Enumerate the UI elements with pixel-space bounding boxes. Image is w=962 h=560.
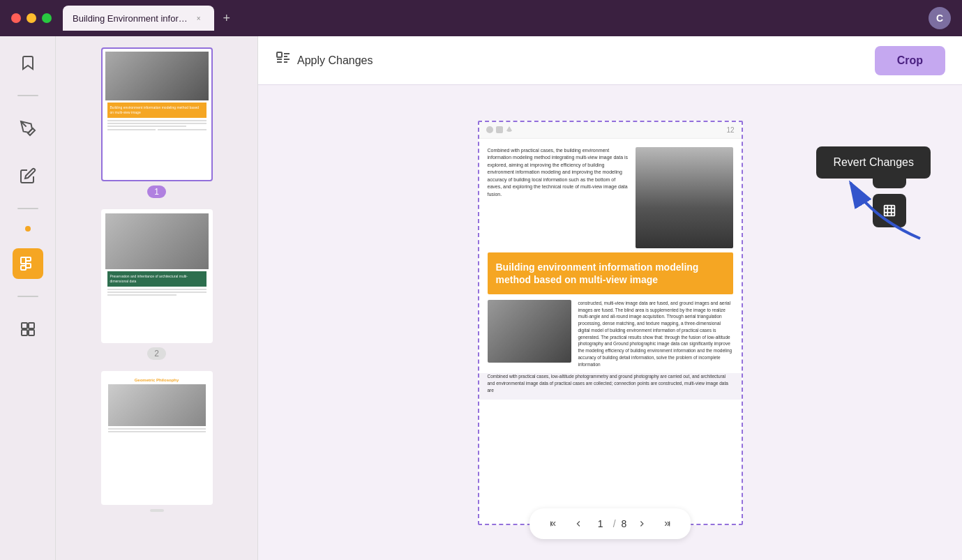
thumb-num-1: 1 xyxy=(147,186,166,198)
page-body-text: Combined with practical cases, the build… xyxy=(488,147,636,248)
document-viewer: 12 Combined with practical cases, the bu… xyxy=(258,85,962,560)
thumb-content-1: Building environment information modelin… xyxy=(105,52,209,177)
sidebar-divider-3 xyxy=(17,296,38,297)
page-footer-text: Combined with practical cases, low-altit… xyxy=(479,373,742,399)
thumbnails-panel: Building environment information modelin… xyxy=(56,36,258,560)
svg-rect-4 xyxy=(22,323,27,328)
page-bottom-text: constructed, multi-view image data are f… xyxy=(578,300,733,368)
traffic-lights xyxy=(11,13,52,23)
thumb-num-2: 2 xyxy=(147,347,166,360)
apply-changes-label: Apply Changes xyxy=(297,54,373,67)
page-top-image-inner xyxy=(636,147,733,248)
icon-sidebar xyxy=(0,36,56,560)
svg-rect-6 xyxy=(22,330,27,335)
last-page-button[interactable] xyxy=(657,514,677,533)
avatar: C xyxy=(929,7,951,29)
sidebar-item-pen[interactable] xyxy=(13,113,43,144)
active-tab[interactable]: Building Environment infor… × xyxy=(63,6,214,31)
svg-rect-8 xyxy=(277,52,282,57)
content-area: Apply Changes Crop 12 Com xyxy=(258,36,962,560)
tab-close-button[interactable]: × xyxy=(193,13,204,24)
page-bottom: constructed, multi-view image data are f… xyxy=(479,300,742,374)
page-title-text: Building environment information modelin… xyxy=(496,261,725,286)
current-page-number: 1 xyxy=(594,518,608,529)
thumbnail-2[interactable]: Preservation and inheritance of architec… xyxy=(64,209,249,360)
header-icon-3 xyxy=(506,126,513,132)
svg-rect-2 xyxy=(26,264,31,268)
main-area: Building environment information modelin… xyxy=(0,36,962,560)
svg-rect-7 xyxy=(29,330,34,335)
first-page-button[interactable] xyxy=(543,514,563,533)
sidebar-divider-2 xyxy=(17,208,38,209)
titlebar: Building Environment infor… × + C xyxy=(0,0,962,36)
apply-changes-icon xyxy=(275,50,292,70)
toolbar: Apply Changes Crop xyxy=(258,36,962,85)
sidebar-item-edit[interactable] xyxy=(13,160,43,191)
tab-container: Building Environment infor… × + xyxy=(63,6,923,31)
thumb-frame-1[interactable]: Building environment information modelin… xyxy=(101,47,213,181)
svg-rect-5 xyxy=(29,323,34,328)
thumb-num-3 xyxy=(150,509,164,512)
pagination: 1 / 8 xyxy=(529,508,691,539)
svg-rect-1 xyxy=(26,257,31,261)
document-page: 12 Combined with practical cases, the bu… xyxy=(478,121,743,525)
page-number: 12 xyxy=(726,126,734,134)
minimize-traffic-light[interactable] xyxy=(27,13,36,23)
close-traffic-light[interactable] xyxy=(11,13,21,23)
sidebar-item-layers[interactable] xyxy=(13,314,43,345)
prev-page-button[interactable] xyxy=(569,514,588,533)
thumb-content-3: Geometric Philosophy xyxy=(105,375,209,501)
page-body: Combined with practical cases, the build… xyxy=(479,139,742,400)
svg-rect-0 xyxy=(21,257,26,264)
arrow-indicator xyxy=(843,176,927,248)
crop-button[interactable]: Crop xyxy=(875,46,945,75)
thumbnail-1[interactable]: Building environment information modelin… xyxy=(64,47,249,198)
page-title-banner: Building environment information modelin… xyxy=(488,252,733,294)
page-top-image xyxy=(636,147,733,248)
thumb-frame-3[interactable]: Geometric Philosophy xyxy=(101,371,213,505)
revert-changes-popup[interactable]: Revert Changes xyxy=(816,146,931,179)
sidebar-item-pages[interactable] xyxy=(13,248,43,279)
thumb-content-2: Preservation and inheritance of architec… xyxy=(105,213,209,339)
sidebar-divider-1 xyxy=(17,95,38,96)
svg-rect-3 xyxy=(21,266,26,270)
header-icon-2 xyxy=(496,126,503,133)
page-header-icons xyxy=(486,126,513,133)
thumbnail-3[interactable]: Geometric Philosophy xyxy=(64,371,249,512)
page-top: Combined with practical cases, the build… xyxy=(479,139,742,252)
page-header: 12 xyxy=(479,122,742,139)
maximize-traffic-light[interactable] xyxy=(42,13,52,23)
revert-changes-label: Revert Changes xyxy=(833,156,914,168)
sidebar-active-dot xyxy=(25,226,31,232)
new-tab-button[interactable]: + xyxy=(217,8,236,28)
next-page-button[interactable] xyxy=(632,514,652,533)
toolbar-left: Apply Changes xyxy=(275,50,373,70)
apply-changes-button[interactable]: Apply Changes xyxy=(275,50,373,70)
page-separator: / xyxy=(613,518,616,529)
page-bottom-image xyxy=(488,300,571,363)
tab-title: Building Environment infor… xyxy=(73,13,188,24)
sidebar-item-bookmark[interactable] xyxy=(13,47,43,78)
header-icon-1 xyxy=(486,126,493,133)
thumb-frame-2[interactable]: Preservation and inheritance of architec… xyxy=(101,209,213,343)
total-pages: 8 xyxy=(622,518,627,529)
